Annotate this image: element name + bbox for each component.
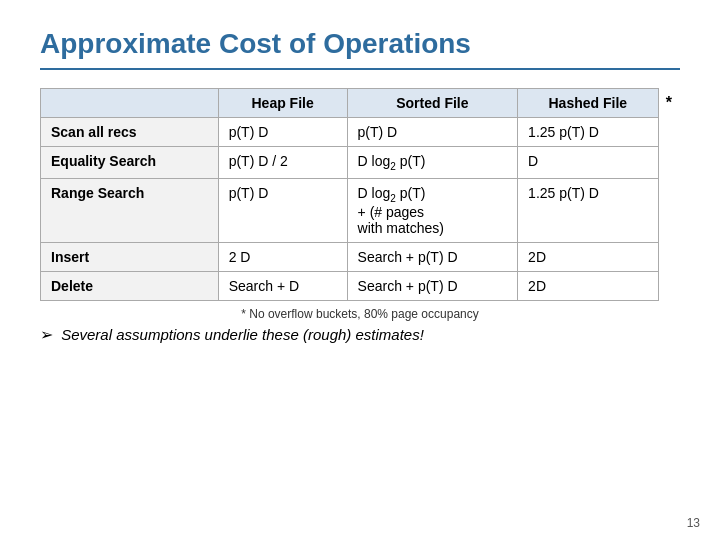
cell-equality-hashed: D xyxy=(518,147,658,179)
cell-insert-hashed: 2D xyxy=(518,242,658,271)
col-header-sorted: Sorted File xyxy=(347,89,518,118)
cell-range-sorted: D log2 p(T)+ (# pageswith matches) xyxy=(347,178,518,242)
row-label-delete: Delete xyxy=(41,271,219,300)
cell-scan-sorted: p(T) D xyxy=(347,118,518,147)
row-label-insert: Insert xyxy=(41,242,219,271)
table-row: Delete Search + D Search + p(T) D 2D xyxy=(41,271,680,300)
row-label-scan: Scan all recs xyxy=(41,118,219,147)
cell-range-heap: p(T) D xyxy=(218,178,347,242)
cell-delete-heap: Search + D xyxy=(218,271,347,300)
arrow-icon: ➢ xyxy=(40,326,53,343)
footnote: * No overflow buckets, 80% page occupanc… xyxy=(40,307,680,321)
cell-equality-sorted: D log2 p(T) xyxy=(347,147,518,179)
cell-delete-asterisk xyxy=(658,271,680,300)
page-title: Approximate Cost of Operations xyxy=(40,28,680,70)
col-header-heap: Heap File xyxy=(218,89,347,118)
table-row: Equality Search p(T) D / 2 D log2 p(T) D xyxy=(41,147,680,179)
col-header-hashed: Hashed File xyxy=(518,89,658,118)
cost-table: Heap File Sorted File Hashed File * Scan… xyxy=(40,88,680,301)
table-row: Insert 2 D Search + p(T) D 2D xyxy=(41,242,680,271)
cell-equality-heap: p(T) D / 2 xyxy=(218,147,347,179)
table-row: Range Search p(T) D D log2 p(T)+ (# page… xyxy=(41,178,680,242)
cell-scan-asterisk xyxy=(658,118,680,147)
cell-range-asterisk xyxy=(658,178,680,242)
cell-equality-asterisk xyxy=(658,147,680,179)
cell-insert-sorted: Search + p(T) D xyxy=(347,242,518,271)
cell-scan-hashed: 1.25 p(T) D xyxy=(518,118,658,147)
row-label-equality: Equality Search xyxy=(41,147,219,179)
cell-insert-asterisk xyxy=(658,242,680,271)
cell-range-hashed: 1.25 p(T) D xyxy=(518,178,658,242)
col-header-asterisk: * xyxy=(658,89,680,118)
row-label-range: Range Search xyxy=(41,178,219,242)
table-row: Scan all recs p(T) D p(T) D 1.25 p(T) D xyxy=(41,118,680,147)
assumption-text: ➢ Several assumptions underlie these (ro… xyxy=(40,325,680,344)
cell-scan-heap: p(T) D xyxy=(218,118,347,147)
cell-delete-sorted: Search + p(T) D xyxy=(347,271,518,300)
page: Approximate Cost of Operations Heap File… xyxy=(0,0,720,540)
cell-insert-heap: 2 D xyxy=(218,242,347,271)
col-header-empty xyxy=(41,89,219,118)
cell-delete-hashed: 2D xyxy=(518,271,658,300)
page-number: 13 xyxy=(687,516,700,530)
